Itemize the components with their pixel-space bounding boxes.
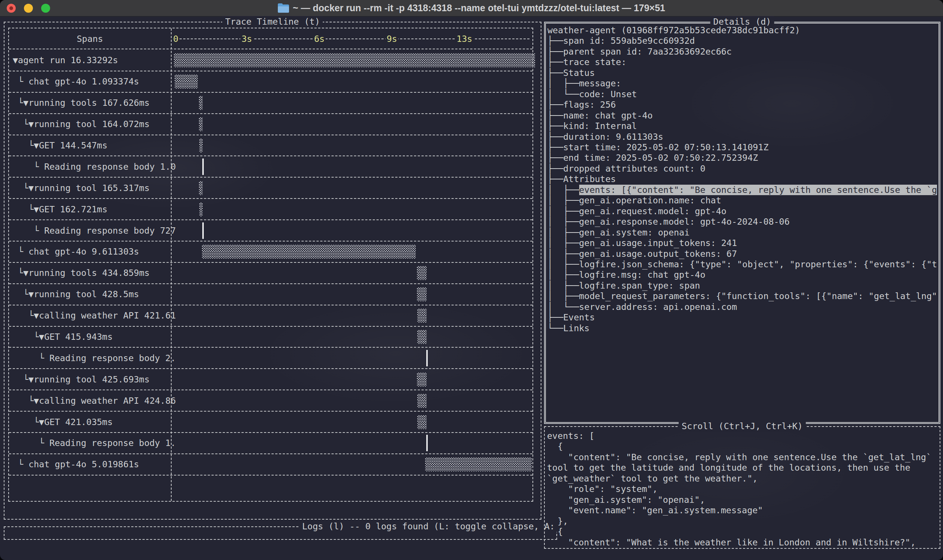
details-tree-node[interactable]: ├──dropped attributes count: 0 (548, 163, 937, 174)
scroll-line: "content": "Be concise, reply with one s… (547, 452, 939, 462)
span-row[interactable]: └▼running tools 167.626ms (9, 93, 532, 114)
span-row[interactable]: └ chat gpt-4o 9.611303s (9, 242, 532, 263)
details-tree-node[interactable]: │ ├──gen_ai.request.model: gpt-4o (548, 206, 937, 217)
span-label: └▼calling weather API 424.86 (28, 390, 176, 411)
span-row[interactable]: └▼calling weather API 421.61 (9, 305, 532, 327)
span-duration-bar (202, 158, 204, 175)
details-tree-node[interactable]: │ ├──gen_ai.operation.name: chat (548, 195, 937, 206)
details-tree-node[interactable]: ├──trace state: (548, 57, 937, 67)
span-duration-bar (199, 202, 203, 217)
timeline-axis-line (176, 38, 529, 39)
details-tree-node[interactable]: ├──Status (548, 68, 937, 78)
spans-table: Spans 03s6s9s13s ▼agent run 16.33292s└ c… (8, 28, 533, 502)
span-label: └▼running tools 434.859ms (18, 263, 149, 283)
axis-tick-9s: 9s (386, 33, 398, 45)
details-tree-node[interactable]: ├──end time: 2025-05-02 07:50:22.752394Z (548, 152, 937, 163)
details-tree-node[interactable]: ├──duration: 9.611303s (548, 132, 937, 142)
details-tree-node[interactable]: └──Links (548, 323, 937, 334)
span-row[interactable]: └ Reading response body 1. (9, 433, 532, 454)
details-tree-node[interactable]: ├──flags: 256 (548, 100, 937, 110)
details-tree-node[interactable]: ├──name: chat gpt-4o (548, 110, 937, 121)
spans-column-header: Spans (9, 28, 171, 49)
spans-table-header: Spans 03s6s9s13s (9, 28, 532, 49)
span-row[interactable]: └ chat gpt-4o 5.019861s (9, 454, 532, 475)
span-row[interactable]: └▼running tool 425.693ms (9, 369, 532, 390)
span-duration-bar (175, 74, 198, 89)
span-row[interactable]: ▼agent run 16.33292s (9, 50, 532, 71)
scroll-line: "gen_ai.system": "openai", (547, 495, 939, 505)
details-tree-node[interactable]: ├──kind: Internal (548, 121, 937, 131)
details-tree-node[interactable]: ├──Attributes (548, 174, 937, 184)
selected-attribute-events[interactable]: events: [{"content": "Be concise, reply … (579, 185, 937, 195)
axis-tick-6s: 6s (313, 33, 326, 45)
span-label: └▼running tool 165.317ms (23, 178, 149, 198)
span-row[interactable]: └▼GET 162.721ms (9, 199, 532, 220)
span-duration-bar (426, 350, 428, 366)
details-tree-node[interactable]: weather-agent (01968ff972a5b53cede738dc9… (548, 25, 937, 35)
details-tree-node[interactable]: ├──start time: 2025-05-02 07:50:13.14109… (548, 142, 937, 152)
span-rows: ▼agent run 16.33292s└ chat gpt-4o 1.0933… (9, 50, 532, 475)
details-tree-node[interactable]: │ ├──logfire.json_schema: {"type": "obje… (548, 259, 937, 269)
span-row[interactable]: └ Reading response body 1.0 (9, 156, 532, 178)
close-button[interactable] (7, 4, 16, 13)
span-row[interactable]: └ Reading response body 2. (9, 348, 532, 369)
span-duration-bar (199, 181, 203, 195)
span-row[interactable]: └▼running tool 164.072ms (9, 114, 532, 135)
span-duration-bar (199, 96, 203, 110)
span-duration-bar (426, 435, 428, 451)
span-row[interactable]: └▼running tool 428.5ms (9, 284, 532, 305)
details-tree-node[interactable]: ├──parent span id: 7aa32363692ec66c (548, 46, 937, 57)
span-duration-bar (417, 394, 427, 408)
span-row[interactable]: └▼GET 421.035ms (9, 412, 532, 433)
logs-panel[interactable]: Logs (l) -- 0 logs found (L: toggle coll… (4, 526, 557, 540)
scroll-content: events: [ { "content": "Be concise, repl… (547, 431, 939, 547)
span-duration-bar (199, 117, 203, 131)
scroll-line: tool to get the latitude and longitude o… (547, 462, 939, 473)
span-label: └▼running tool 425.693ms (23, 369, 149, 389)
details-tree-node[interactable]: ├──Events (548, 312, 937, 323)
span-row[interactable]: └▼GET 144.547ms (9, 135, 532, 157)
details-tree-node[interactable]: │ ├──model_request_parameters: {"functio… (548, 291, 937, 301)
span-row[interactable]: └▼running tools 434.859ms (9, 263, 532, 284)
span-row[interactable]: └ Reading response body 727 (9, 220, 532, 242)
details-tree-node[interactable]: │ ├──gen_ai.response.model: gpt-4o-2024-… (548, 217, 937, 227)
details-tree-node[interactable]: │ ├──gen_ai.usage.input_tokens: 241 (548, 238, 937, 248)
span-label: └▼GET 162.721ms (28, 199, 107, 220)
span-label: └ Reading response body 1.0 (34, 156, 176, 177)
details-panel[interactable]: Details (d) weather-agent (01968ff972a5b… (544, 22, 940, 424)
details-tree-node[interactable]: │ ├──logfire.msg: chat gpt-4o (548, 269, 937, 280)
details-tree-node[interactable]: │ └──code: Unset (548, 89, 937, 100)
span-label: └ Reading response body 727 (34, 220, 176, 241)
scroll-line: "role": "system", (547, 484, 939, 494)
span-row[interactable]: └▼calling weather API 424.86 (9, 390, 532, 412)
zoom-button[interactable] (41, 4, 50, 13)
span-duration-bar (425, 457, 532, 471)
span-label: └ chat gpt-4o 9.611303s (18, 242, 139, 262)
trace-timeline-panel[interactable]: Trace Timeline (t) Spans 03s6s9s13s ▼age… (4, 22, 541, 520)
details-tree-node[interactable]: │ └──server.address: api.openai.com (548, 302, 937, 312)
terminal-window: ~ — docker run --rm -it -p 4318:4318 --n… (0, 0, 943, 560)
span-duration-bar (199, 138, 203, 152)
details-tree-node[interactable]: │ ├──events: [{"content": "Be concise, r… (548, 185, 937, 195)
details-tree-node[interactable]: │ ├──gen_ai.system: openai (548, 227, 937, 238)
span-duration-bar (202, 222, 204, 239)
window-title: ~ — docker run --rm -it -p 4318:4318 --n… (293, 3, 665, 14)
scroll-line: { (547, 441, 939, 452)
details-tree-node[interactable]: │ ├──message: (548, 78, 937, 89)
span-label: └ Reading response body 2. (39, 348, 176, 368)
scroll-line: "event.name": "gen_ai.system.message" (547, 505, 939, 515)
minimize-button[interactable] (24, 4, 33, 13)
span-row[interactable]: └ chat gpt-4o 1.093374s (9, 71, 532, 93)
span-row[interactable]: └▼GET 415.943ms (9, 327, 532, 348)
scroll-line: events: [ (547, 431, 939, 441)
span-duration-bar (417, 372, 427, 386)
details-tree-node[interactable]: ├──span id: 559ab5e9cc60932d (548, 35, 937, 46)
status-bar: Ctrl+L: Reduce the width | Ctrl+H: Expan… (5, 545, 558, 560)
details-tree-node[interactable]: │ ├──logfire.span_type: span (548, 280, 937, 291)
details-tree-node[interactable]: │ ├──gen_ai.usage.output_tokens: 67 (548, 249, 937, 259)
span-label: └▼running tool 428.5ms (23, 284, 139, 305)
span-row[interactable]: └▼running tool 165.317ms (9, 178, 532, 199)
span-label: └▼GET 421.035ms (34, 412, 112, 432)
span-duration-bar (417, 415, 427, 429)
scroll-panel[interactable]: Scroll (Ctrl+J, Ctrl+K) events: [ { "con… (544, 426, 940, 549)
